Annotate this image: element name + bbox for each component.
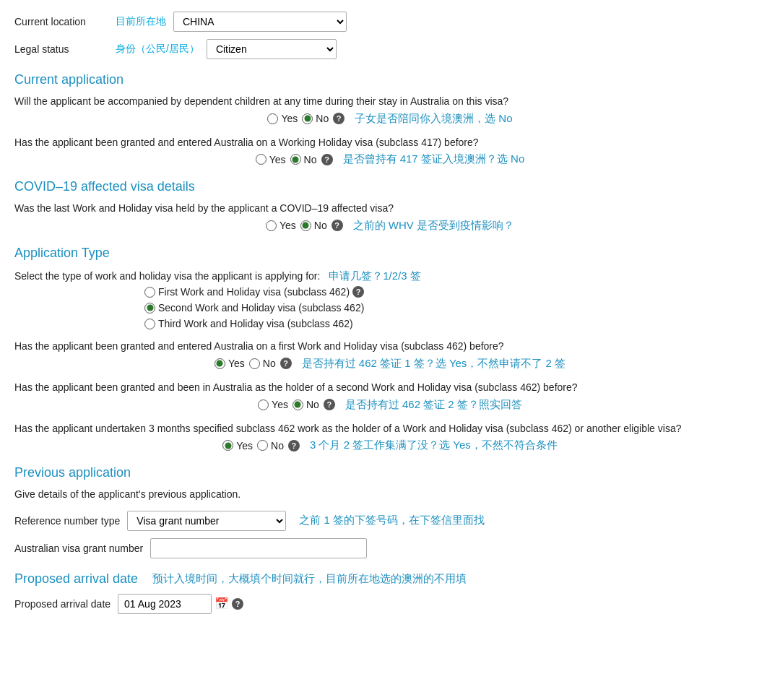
462-second-no-radio[interactable] (292, 399, 303, 410)
current-application-title: Current application (14, 72, 766, 87)
462-first-yes-label[interactable]: Yes (214, 358, 245, 369)
legal-status-select[interactable]: Citizen Permanent resident Other (207, 39, 337, 59)
dependent-children-annotation: 子女是否陪同你入境澳洲，选 No (355, 112, 512, 126)
q-417-visa-text: Has the applicant been granted and enter… (14, 136, 766, 150)
3months-yes-label[interactable]: Yes (222, 440, 253, 451)
legal-status-row: Legal status 身份（公民/居民） Citizen Permanent… (14, 39, 766, 59)
calendar-icon[interactable]: 📅 (214, 597, 229, 610)
covid-no-radio[interactable] (300, 220, 311, 231)
first-visa-radio[interactable] (144, 287, 155, 298)
dependent-children-yes-radio[interactable] (267, 113, 278, 124)
q-462-first-text: Has the applicant been granted and enter… (14, 340, 766, 354)
417-visa-no-label[interactable]: No (290, 154, 317, 165)
3months-no-label[interactable]: No (257, 440, 284, 451)
ref-type-select[interactable]: Visa grant number Transaction reference … (127, 511, 286, 531)
3months-no-radio[interactable] (257, 440, 268, 451)
462-second-annotation: 是否持有过 462 签证 2 签？照实回答 (345, 398, 522, 412)
ref-type-label: Reference number type (14, 515, 120, 527)
covid-yes-label[interactable]: Yes (266, 220, 296, 231)
462-second-help-icon[interactable]: ? (324, 399, 335, 410)
q-covid-text: Was the last Work and Holiday visa held … (14, 202, 766, 216)
q-462-first: Has the applicant been granted and enter… (14, 340, 766, 371)
dependent-children-help-icon[interactable]: ? (333, 113, 344, 124)
visa-type-intro: Select the type of work and holiday visa… (14, 268, 766, 284)
legal-status-label: Legal status (14, 43, 108, 55)
417-visa-yes-radio[interactable] (256, 154, 266, 165)
q-covid-answer: Yes No ? 之前的 WHV 是否受到疫情影响？ (14, 219, 766, 233)
417-visa-no-radio[interactable] (290, 154, 301, 165)
3months-yes-radio[interactable] (222, 440, 233, 451)
visa-type-options: First Work and Holiday visa (subclass 46… (14, 286, 766, 329)
third-visa-radio[interactable] (144, 319, 155, 329)
q-dependent-children-text: Will the applicant be accompanied by dep… (14, 95, 766, 109)
proposed-arrival-help-icon[interactable]: ? (232, 598, 243, 610)
current-location-cn: 目前所在地 (116, 15, 166, 28)
ref-type-annotation: 之前 1 签的下签号码，在下签信里面找 (299, 514, 485, 527)
q-3months-answer: Yes No ? 3 个月 2 签工作集满了没？选 Yes，不然不符合条件 (14, 438, 766, 452)
proposed-arrival-date-label: Proposed arrival date (14, 598, 110, 610)
dependent-children-no-label[interactable]: No (302, 113, 329, 124)
covid-no-label[interactable]: No (300, 220, 327, 231)
462-first-help-icon[interactable]: ? (280, 358, 292, 369)
462-first-no-radio[interactable] (249, 358, 260, 369)
second-visa-option[interactable]: Second Work and Holiday visa (subclass 4… (144, 302, 766, 314)
proposed-arrival-date-wrapper: 📅 ? (118, 594, 243, 614)
q-462-second: Has the applicant been granted and been … (14, 381, 766, 412)
3months-help-icon[interactable]: ? (288, 440, 300, 451)
dependent-children-yes-label[interactable]: Yes (267, 113, 298, 124)
application-type-title: Application Type (14, 246, 766, 261)
q-417-visa-answer: Yes No ? 是否曾持有 417 签证入境澳洲？选 No (14, 152, 766, 166)
ref-type-row: Reference number type Visa grant number … (14, 511, 766, 531)
462-first-annotation: 是否持有过 462 签证 1 签？选 Yes，不然申请不了 2 签 (302, 357, 566, 371)
proposed-arrival-date-input[interactable] (118, 594, 212, 614)
visa-grant-number-row: Australian visa grant number (14, 538, 766, 558)
462-second-yes-radio[interactable] (258, 399, 269, 410)
q-462-second-answer: Yes No ? 是否持有过 462 签证 2 签？照实回答 (14, 398, 766, 412)
proposed-arrival-title: Proposed arrival date (14, 571, 138, 587)
q-462-second-text: Has the applicant been granted and been … (14, 381, 766, 395)
legal-status-cn: 身份（公民/居民） (116, 43, 199, 56)
q-dependent-children: Will the applicant be accompanied by dep… (14, 95, 766, 126)
visa-type-intro-annotation: 申请几签？1/2/3 签 (329, 269, 421, 282)
462-first-yes-radio[interactable] (214, 358, 225, 369)
first-visa-option[interactable]: First Work and Holiday visa (subclass 46… (144, 286, 766, 298)
visa-grant-number-input[interactable] (150, 538, 367, 558)
covid-title: COVID–19 affected visa details (14, 179, 766, 194)
first-visa-help-icon[interactable]: ? (352, 286, 364, 298)
visa-type-select-block: Select the type of work and holiday visa… (14, 268, 766, 330)
proposed-arrival-date-row: Proposed arrival date 📅 ? (14, 594, 766, 614)
q-dependent-children-answer: Yes No ? 子女是否陪同你入境澳洲，选 No (14, 112, 766, 126)
q-3months-text: Has the applicant undertaken 3 months sp… (14, 422, 766, 436)
q-462-first-answer: Yes No ? 是否持有过 462 签证 1 签？选 Yes，不然申请不了 2… (14, 357, 766, 371)
third-visa-option[interactable]: Third Work and Holiday visa (subclass 46… (144, 318, 766, 329)
covid-help-icon[interactable]: ? (332, 220, 343, 231)
current-location-select[interactable]: CHINA Australia Other (173, 12, 347, 32)
q-417-visa: Has the applicant been granted and enter… (14, 136, 766, 167)
previous-application-title: Previous application (14, 465, 766, 480)
proposed-arrival-title-annotation: 预计入境时间，大概填个时间就行，目前所在地选的澳洲的不用填 (152, 572, 467, 586)
current-location-row: Current location 目前所在地 CHINA Australia O… (14, 12, 766, 32)
covid-yes-radio[interactable] (266, 220, 277, 231)
current-location-label: Current location (14, 16, 108, 27)
462-second-yes-label[interactable]: Yes (258, 399, 288, 410)
second-visa-radio[interactable] (144, 303, 155, 314)
dependent-children-no-radio[interactable] (302, 113, 313, 124)
covid-annotation: 之前的 WHV 是否受到疫情影响？ (353, 219, 514, 233)
417-visa-annotation: 是否曾持有 417 签证入境澳洲？选 No (343, 152, 525, 166)
previous-application-intro: Give details of the applicant's previous… (14, 488, 766, 502)
462-first-no-label[interactable]: No (249, 358, 276, 369)
462-second-no-label[interactable]: No (292, 399, 319, 410)
visa-grant-number-label: Australian visa grant number (14, 543, 143, 554)
3months-annotation: 3 个月 2 签工作集满了没？选 Yes，不然不符合条件 (310, 438, 558, 452)
417-visa-yes-label[interactable]: Yes (256, 154, 286, 165)
q-3months: Has the applicant undertaken 3 months sp… (14, 422, 766, 453)
417-visa-help-icon[interactable]: ? (321, 154, 333, 165)
q-covid: Was the last Work and Holiday visa held … (14, 202, 766, 233)
